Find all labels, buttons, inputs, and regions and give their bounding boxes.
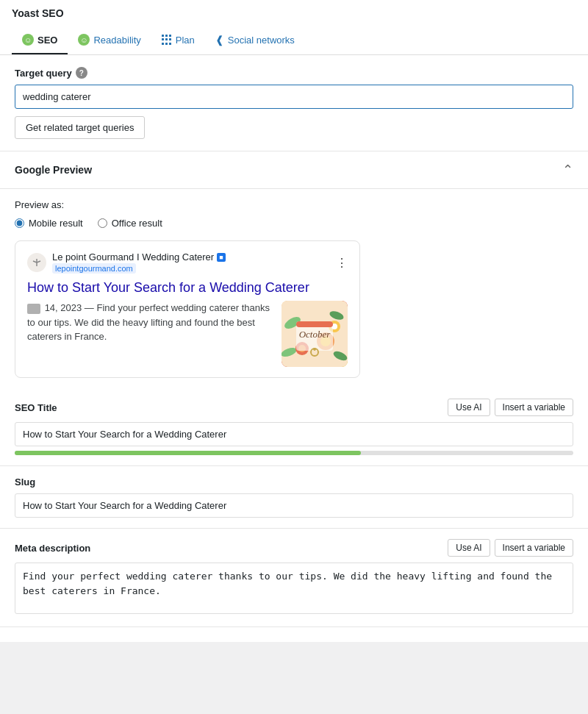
google-preview-section: Google Preview ⌃ Preview as: Mobile resu… [0,151,588,388]
yoast-title: Yoast SEO [0,0,588,26]
slug-input[interactable] [15,493,573,518]
get-related-queries-label: Get related target queries [26,122,134,133]
target-query-input[interactable] [15,85,573,109]
seo-title-progress-track [15,451,573,455]
site-name-badge: ■ [217,253,225,262]
target-query-help-icon[interactable]: ? [76,67,87,79]
google-result-title-link[interactable]: How to Start Your Search for a Wedding C… [27,279,348,296]
get-related-queries-button[interactable]: Get related target queries [15,116,145,139]
slug-label: Slug [15,476,35,488]
meta-description-use-ai-button[interactable]: Use AI [448,539,490,557]
meta-description-section: Meta description Use AI Insert a variabl… [0,529,588,627]
google-site-info-row: Le point Gourmand I Wedding Caterer ■ le… [27,251,348,274]
tab-seo[interactable]: ☺ SEO [12,26,68,54]
plan-grid-icon [162,35,172,45]
slug-header: Slug [15,476,573,488]
meta-description-insert-variable-label: Insert a variable [503,543,565,553]
readability-smiley-icon: ☺ [78,34,90,46]
preview-as-label: Preview as: [15,199,573,210]
google-result-title-text: How to Start Your Search for a Wedding C… [27,280,309,295]
yoast-panel: Yoast SEO ☺ SEO ☺ Readability Plan ❰ Soc… [0,0,588,642]
meta-description-label: Meta description [15,543,90,554]
tab-readability[interactable]: ☺ Readability [68,26,151,54]
seo-title-section: SEO Title Use AI Insert a variable [0,388,588,466]
radio-mobile-input[interactable] [15,218,24,228]
app-title-text: Yoast SEO [12,7,64,19]
seo-title-insert-variable-label: Insert a variable [503,402,565,413]
target-query-label-row: Target query ? [15,67,573,79]
google-thumbnail: October [282,301,348,367]
radio-mobile-label[interactable]: Mobile result [15,218,83,229]
radio-office-text: Office result [112,218,162,229]
site-favicon [27,253,46,272]
tabs-bar: ☺ SEO ☺ Readability Plan ❰ Social networ… [0,26,588,55]
social-share-icon: ❰ [215,34,224,46]
radio-office-input[interactable] [98,218,107,228]
site-name-block: Le point Gourmand I Wedding Caterer ■ le… [52,251,330,274]
meta-description-use-ai-label: Use AI [456,543,481,553]
google-preview-card: Le point Gourmand I Wedding Caterer ■ le… [15,240,360,378]
tab-seo-label: SEO [37,35,57,46]
seo-title-use-ai-label: Use AI [456,402,481,413]
radio-mobile-text: Mobile result [29,218,83,229]
google-preview-header[interactable]: Google Preview ⌃ [0,151,588,189]
seo-smiley-icon: ☺ [22,34,34,46]
date-icon [27,304,40,314]
site-name-row: Le point Gourmand I Wedding Caterer ■ [52,251,330,263]
meta-description-actions: Use AI Insert a variable [448,539,573,557]
google-preview-body: Preview as: Mobile result Office result [0,189,588,388]
seo-title-progress-fill [15,451,361,455]
svg-point-18 [313,348,316,351]
meta-description-header: Meta description Use AI Insert a variabl… [15,539,573,557]
preview-radio-group: Mobile result Office result [15,218,573,229]
google-preview-title: Google Preview [15,164,92,176]
google-meta-row: 14, 2023 — Find your perfect wedding cat… [27,301,348,367]
seo-title-actions: Use AI Insert a variable [448,399,573,416]
tab-plan-label: Plan [176,35,195,46]
meta-description-textarea[interactable]: Find your perfect wedding caterer thanks… [15,563,573,614]
seo-title-header: SEO Title Use AI Insert a variable [15,399,573,416]
google-date-text: 14, 2023 [45,302,82,313]
chevron-up-icon: ⌃ [562,162,573,178]
svg-text:October: October [299,329,331,340]
site-name-text: Le point Gourmand I Wedding Caterer [52,251,214,263]
tab-social-label: Social networks [228,35,295,46]
svg-rect-16 [296,321,333,327]
seo-title-insert-variable-button[interactable]: Insert a variable [495,399,573,416]
tab-social[interactable]: ❰ Social networks [205,26,305,54]
google-more-icon[interactable]: ⋮ [336,256,348,270]
site-url-text: lepointgourmand.com [52,263,136,274]
target-query-label: Target query [15,68,72,79]
meta-description-insert-variable-button[interactable]: Insert a variable [495,539,573,557]
seo-title-input[interactable] [15,422,573,446]
tab-plan[interactable]: Plan [151,27,205,54]
tab-readability-label: Readability [93,35,140,46]
target-query-section: Target query ? Get related target querie… [0,55,588,151]
seo-title-label: SEO Title [15,402,57,413]
radio-office-label[interactable]: Office result [98,218,162,229]
site-url-row: lepointgourmand.com [52,263,330,274]
seo-title-use-ai-button[interactable]: Use AI [448,399,490,416]
google-snippet: 14, 2023 — Find your perfect wedding cat… [27,301,274,344]
slug-section: Slug [0,466,588,529]
